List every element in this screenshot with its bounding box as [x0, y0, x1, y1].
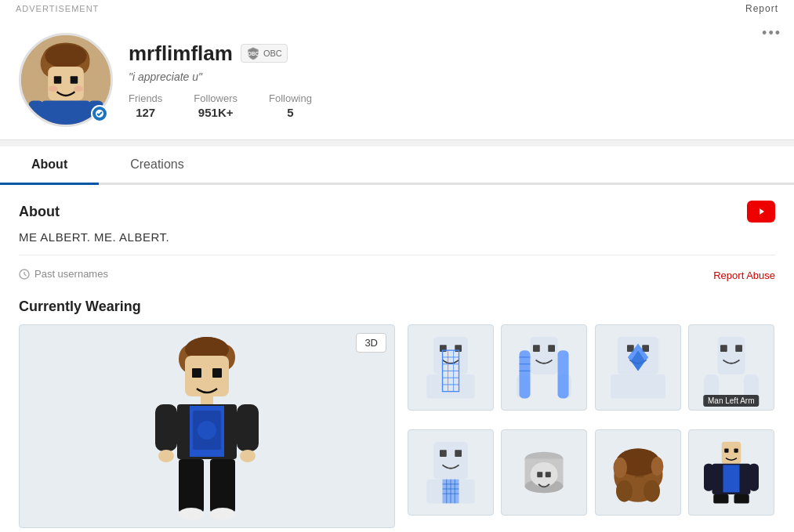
stat-followers: Followers 951K+ — [194, 92, 237, 119]
item-4-icon — [704, 336, 759, 399]
report-link[interactable]: Report — [745, 3, 778, 14]
item-6-icon — [517, 441, 571, 504]
svg-text:OBC: OBC — [248, 51, 259, 56]
item-7-icon — [611, 441, 665, 504]
svg-point-95 — [651, 457, 663, 476]
avatar-wrapper — [19, 33, 113, 127]
svg-rect-65 — [611, 375, 665, 399]
obc-label: OBC — [263, 49, 282, 58]
character-figure — [144, 332, 270, 520]
item-1-icon — [423, 336, 478, 399]
tab-about[interactable]: About — [0, 147, 99, 185]
past-usernames-label: Past usernames — [34, 268, 108, 280]
stat-following-value: 5 — [269, 106, 312, 119]
stat-followers-value: 951K+ — [194, 106, 237, 119]
avatar-online-badge — [91, 105, 108, 122]
svg-rect-69 — [720, 345, 727, 352]
svg-rect-88 — [538, 472, 543, 477]
svg-rect-101 — [734, 448, 738, 452]
svg-rect-68 — [717, 337, 745, 375]
stat-friends: Friends 127 — [129, 92, 162, 119]
item-8-icon — [704, 441, 759, 504]
svg-point-8 — [49, 86, 57, 92]
svg-rect-104 — [704, 464, 713, 491]
svg-point-39 — [210, 508, 235, 520]
stat-friends-label: Friends — [129, 92, 162, 104]
currently-wearing-title: Currently Wearing — [19, 299, 775, 315]
svg-rect-7 — [71, 76, 78, 84]
svg-rect-40 — [433, 337, 468, 375]
item-2-icon — [517, 336, 571, 399]
tabs-bar: About Creations — [0, 147, 794, 185]
about-title: About — [19, 204, 60, 220]
item-cell-8[interactable] — [688, 429, 774, 516]
online-icon — [95, 109, 104, 118]
obc-shield-icon: OBC — [246, 46, 260, 60]
svg-rect-106 — [713, 494, 728, 503]
stat-following: Following 5 — [269, 92, 312, 119]
profile-stats: Friends 127 Followers 951K+ Following 5 — [129, 92, 775, 119]
item-cell-2[interactable] — [501, 324, 587, 411]
item-cell-6[interactable] — [501, 429, 587, 516]
about-footer: Past usernames Report Abuse — [19, 268, 775, 283]
svg-rect-54 — [549, 345, 556, 352]
report-abuse-link[interactable]: Report Abuse — [713, 270, 775, 281]
svg-rect-75 — [455, 450, 462, 457]
profile-header: mrflimflam OBC OBC "i appreciate u" Frie… — [0, 17, 794, 140]
item-5-icon — [423, 441, 478, 504]
ad-bar: ADVERTISEMENT Report — [0, 0, 794, 17]
about-section-header: About — [19, 201, 775, 223]
youtube-icon — [754, 206, 768, 217]
svg-rect-73 — [433, 442, 468, 480]
youtube-button[interactable] — [747, 201, 775, 223]
svg-point-35 — [240, 450, 256, 462]
item-cell-3[interactable] — [595, 324, 681, 411]
content-area: About ME ALBERT. ME. ALBERT. Past userna… — [0, 185, 794, 532]
clock-icon — [19, 269, 30, 280]
item-cell-4[interactable]: Man Left Arm — [688, 324, 774, 411]
past-usernames-row[interactable]: Past usernames — [19, 268, 108, 280]
svg-rect-105 — [749, 464, 759, 491]
about-body-text: ME ALBERT. ME. ALBERT. — [19, 230, 775, 244]
svg-rect-32 — [155, 404, 177, 451]
svg-point-38 — [179, 508, 204, 520]
obc-badge: OBC OBC — [241, 44, 288, 63]
username: mrflimflam — [129, 42, 233, 66]
item-cell-5[interactable] — [408, 429, 494, 516]
svg-rect-27 — [201, 396, 213, 404]
svg-point-87 — [531, 462, 558, 487]
svg-rect-70 — [735, 345, 742, 352]
svg-rect-74 — [440, 450, 447, 457]
svg-rect-36 — [179, 459, 204, 512]
item-3-icon — [611, 336, 665, 399]
items-grid: Man Left Arm — [408, 324, 775, 528]
character-preview: 3D — [19, 324, 395, 528]
svg-rect-6 — [54, 76, 62, 84]
svg-rect-24 — [185, 356, 229, 396]
svg-rect-52 — [531, 337, 558, 375]
svg-rect-71 — [704, 375, 719, 399]
stat-friends-value: 127 — [129, 106, 162, 119]
svg-point-34 — [158, 450, 174, 462]
svg-rect-33 — [237, 404, 259, 451]
item-cell-7[interactable] — [595, 429, 681, 516]
svg-rect-107 — [734, 494, 749, 503]
stat-followers-label: Followers — [194, 92, 237, 104]
btn-3d[interactable]: 3D — [356, 333, 386, 353]
svg-rect-89 — [546, 472, 551, 477]
svg-point-97 — [616, 480, 633, 502]
svg-rect-53 — [533, 345, 540, 352]
item-cell-1[interactable] — [408, 324, 494, 411]
svg-rect-58 — [558, 350, 569, 398]
more-options-button[interactable]: ••• — [762, 25, 781, 42]
profile-name-row: mrflimflam OBC OBC — [129, 42, 775, 66]
svg-point-31 — [198, 421, 216, 440]
ad-label: ADVERTISEMENT — [16, 4, 99, 13]
wearing-layout: 3D — [19, 324, 775, 528]
tab-creations[interactable]: Creations — [99, 147, 215, 185]
svg-rect-100 — [724, 448, 728, 452]
svg-rect-103 — [723, 465, 739, 492]
svg-point-98 — [644, 480, 660, 502]
profile-info: mrflimflam OBC OBC "i appreciate u" Frie… — [129, 42, 775, 119]
profile-bio: "i appreciate u" — [129, 71, 775, 83]
